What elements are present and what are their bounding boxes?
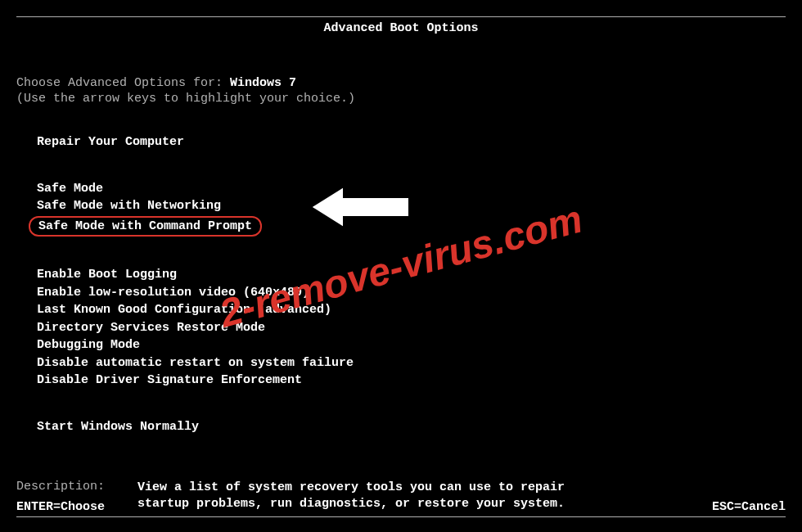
- footer-esc-hint: ESC=Cancel: [712, 500, 786, 514]
- footer-enter-hint: ENTER=Choose: [16, 500, 105, 514]
- description-line-1: View a list of system recovery tools you…: [137, 480, 565, 496]
- menu-item-disable-restart[interactable]: Disable automatic restart on system fail…: [37, 355, 786, 372]
- menu-item-disable-driver-sig[interactable]: Disable Driver Signature Enforcement: [37, 372, 786, 389]
- footer-bar: ENTER=Choose ESC=Cancel: [16, 500, 786, 517]
- menu-item-repair[interactable]: Repair Your Computer: [37, 134, 786, 151]
- boot-screen: Advanced Boot Options Choose Advanced Op…: [0, 0, 802, 532]
- instruction-text: (Use the arrow keys to highlight your ch…: [16, 92, 786, 106]
- menu-item-boot-logging[interactable]: Enable Boot Logging: [37, 267, 786, 283]
- menu-item-debugging[interactable]: Debugging Mode: [37, 337, 786, 354]
- prompt-prefix: Choose Advanced Options for:: [16, 76, 230, 90]
- menu-item-low-res-video[interactable]: Enable low-resolution video (640x480): [37, 285, 786, 301]
- menu-item-safe-mode-networking[interactable]: Safe Mode with Networking: [37, 198, 786, 214]
- menu-item-directory-services[interactable]: Directory Services Restore Mode: [37, 320, 786, 336]
- menu-item-last-known-good[interactable]: Last Known Good Configuration (advanced): [37, 302, 786, 318]
- boot-menu[interactable]: Repair Your Computer Safe Mode Safe Mode…: [16, 134, 786, 435]
- menu-item-safe-mode-command-prompt[interactable]: Safe Mode with Command Prompt: [37, 216, 786, 237]
- page-title: Advanced Boot Options: [16, 16, 786, 35]
- choose-prompt: Choose Advanced Options for: Windows 7: [16, 76, 786, 90]
- menu-item-safe-mode[interactable]: Safe Mode: [37, 181, 786, 197]
- menu-item-start-normally[interactable]: Start Windows Normally: [37, 419, 786, 435]
- highlighted-option[interactable]: Safe Mode with Command Prompt: [29, 216, 262, 237]
- os-name: Windows 7: [230, 76, 296, 90]
